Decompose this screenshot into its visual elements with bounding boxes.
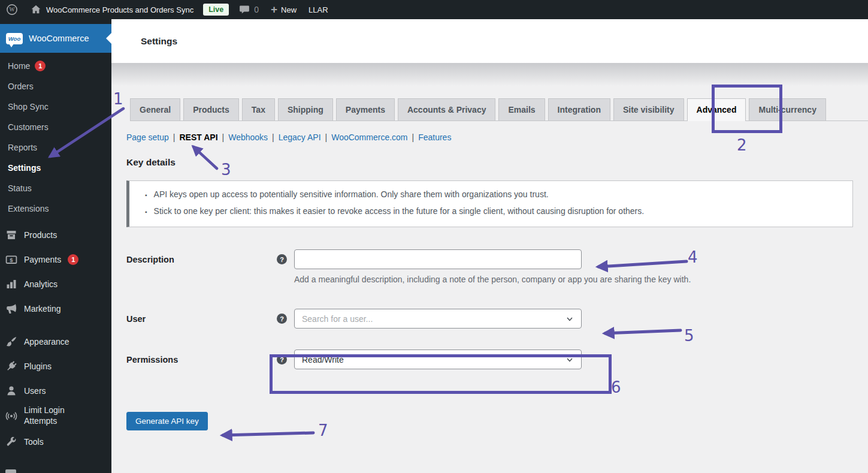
signal-arcs-icon (5, 410, 17, 422)
tab-accounts-privacy[interactable]: Accounts & Privacy (398, 98, 496, 120)
active-menu-wedge (106, 33, 111, 44)
sidebar-item-payments[interactable]: $ Payments 1 (0, 249, 111, 270)
subnav-separator: | (325, 132, 328, 142)
tab-payments[interactable]: Payments (336, 98, 395, 120)
permissions-select[interactable]: Read/Write (294, 350, 582, 369)
sidebar-item-extensions[interactable]: Extensions (0, 201, 111, 216)
sidebar-item-users[interactable]: Users (0, 381, 111, 401)
sidebar-item-reports[interactable]: Reports (0, 140, 111, 155)
generate-api-key-button[interactable]: Generate API key (126, 412, 208, 430)
subnav-webhooks[interactable]: Webhooks (228, 132, 268, 142)
comments-link[interactable]: 0 (232, 0, 265, 19)
comment-count: 0 (254, 5, 259, 14)
woocommerce-logo-icon: Woo (6, 33, 23, 44)
page-title: Settings (141, 36, 177, 47)
plus-icon: + (271, 4, 277, 15)
bullet-icon: ▪ (145, 192, 147, 198)
site-name-link[interactable]: WooCommerce Products and Orders Sync (24, 0, 199, 19)
sidebar-item-tools[interactable]: Tools (0, 432, 111, 452)
user-select-placeholder: Search for a user... (302, 314, 373, 324)
tab-site-visibility[interactable]: Site visibility (613, 98, 684, 120)
help-icon[interactable]: ? (277, 314, 287, 324)
home-badge: 1 (35, 61, 46, 71)
sidebar-item-marketing[interactable]: Marketing (0, 299, 111, 319)
svg-text:$: $ (10, 257, 13, 263)
megaphone-icon (5, 303, 17, 315)
subnav-legacy-api[interactable]: Legacy API (279, 132, 321, 142)
sidebar-item-customers[interactable]: Customers (0, 120, 111, 134)
subnav-separator: | (222, 132, 225, 142)
home-icon (30, 4, 42, 16)
section-title: Key details (126, 157, 868, 168)
payments-badge: 1 (68, 254, 78, 265)
new-label: New (281, 5, 297, 14)
tab-multi-currency[interactable]: Multi-currency (749, 98, 825, 120)
bullet-icon: ▪ (145, 209, 147, 215)
user-label: User (126, 314, 277, 324)
wordpress-logo-button[interactable]: W (0, 0, 24, 19)
payments-card-icon: $ (5, 254, 17, 266)
main-content: Settings General Products Tax Shipping P… (111, 19, 868, 473)
new-content-button[interactable]: + New (265, 0, 303, 19)
admin-main-menu: Products $ Payments 1 Analytics Marketin… (0, 225, 111, 452)
user-row: User ? Search for a user... (126, 309, 868, 329)
notice-bullet-2: ▪ Stick to one key per client: this make… (145, 206, 840, 216)
woocommerce-menu-label: WooCommerce (29, 34, 89, 43)
sidebar-item-settings[interactable]: Settings (0, 161, 111, 175)
svg-text:W: W (10, 7, 15, 13)
llar-menu-link[interactable]: LLAR (303, 0, 334, 19)
permissions-row: Permissions ? Read/Write (126, 350, 868, 369)
tab-advanced[interactable]: Advanced (687, 98, 746, 121)
paintbrush-icon (5, 336, 17, 348)
site-name-label: WooCommerce Products and Orders Sync (46, 5, 193, 14)
help-icon[interactable]: ? (277, 254, 287, 264)
sidebar-item-status[interactable]: Status (0, 181, 111, 195)
subnav-separator: | (412, 132, 415, 142)
bar-chart-icon (5, 278, 17, 290)
tab-products[interactable]: Products (183, 98, 239, 120)
tab-emails[interactable]: Emails (498, 98, 545, 120)
user-select[interactable]: Search for a user... (294, 309, 582, 329)
sidebar-item-plugins[interactable]: Plugins (0, 356, 111, 376)
help-icon[interactable]: ? (277, 354, 287, 364)
description-input[interactable] (294, 249, 582, 269)
subnav-page-setup[interactable]: Page setup (126, 132, 169, 142)
user-icon (5, 385, 17, 397)
permissions-label: Permissions (126, 355, 277, 364)
sidebar-item-appearance[interactable]: Appearance (0, 332, 111, 352)
api-keys-notice: ▪ API keys open up access to potentially… (126, 180, 853, 227)
sidebar-item-analytics[interactable]: Analytics (0, 274, 111, 294)
chevron-down-icon (565, 355, 574, 364)
sidebar-item-shop-sync[interactable]: Shop Sync (0, 100, 111, 114)
tab-integration[interactable]: Integration (548, 98, 610, 120)
admin-sidebar: Woo WooCommerce Home 1 Orders Shop Sync … (0, 19, 111, 473)
admin-bar: W WooCommerce Products and Orders Sync L… (0, 0, 868, 19)
sidebar-item-woocommerce[interactable]: Woo WooCommerce (0, 24, 111, 53)
subnav-features[interactable]: Features (418, 132, 451, 142)
chevron-down-icon (565, 315, 574, 323)
settings-tabs: General Products Tax Shipping Payments A… (130, 63, 868, 121)
tab-tax[interactable]: Tax (242, 98, 275, 120)
description-row: Description ? (126, 249, 868, 269)
sidebar-item-limit-login-attempts[interactable]: Limit Login Attempts (0, 405, 111, 426)
sidebar-item-products[interactable]: Products (0, 225, 111, 245)
woocommerce-submenu: Home 1 Orders Shop Sync Customers Report… (0, 59, 111, 216)
llar-label: LLAR (309, 5, 328, 14)
comment-bubble-icon (238, 4, 250, 16)
subnav-separator: | (272, 132, 274, 142)
sidebar-item-home[interactable]: Home 1 (0, 59, 111, 73)
products-box-icon (5, 229, 17, 241)
wrench-icon (5, 436, 17, 448)
tab-shipping[interactable]: Shipping (278, 98, 333, 120)
description-label: Description (126, 255, 277, 264)
subnav-separator: | (173, 132, 176, 142)
partial-menu-icon (5, 469, 16, 473)
page-header: Settings (111, 19, 868, 63)
permissions-select-value: Read/Write (302, 355, 344, 364)
subnav-rest-api[interactable]: REST API (179, 132, 217, 142)
sidebar-item-orders[interactable]: Orders (0, 79, 111, 94)
tab-general[interactable]: General (130, 98, 180, 120)
plugin-icon (5, 360, 17, 372)
live-badge: Live (203, 4, 229, 16)
subnav-woocommerce-com[interactable]: WooCommerce.com (331, 132, 407, 142)
